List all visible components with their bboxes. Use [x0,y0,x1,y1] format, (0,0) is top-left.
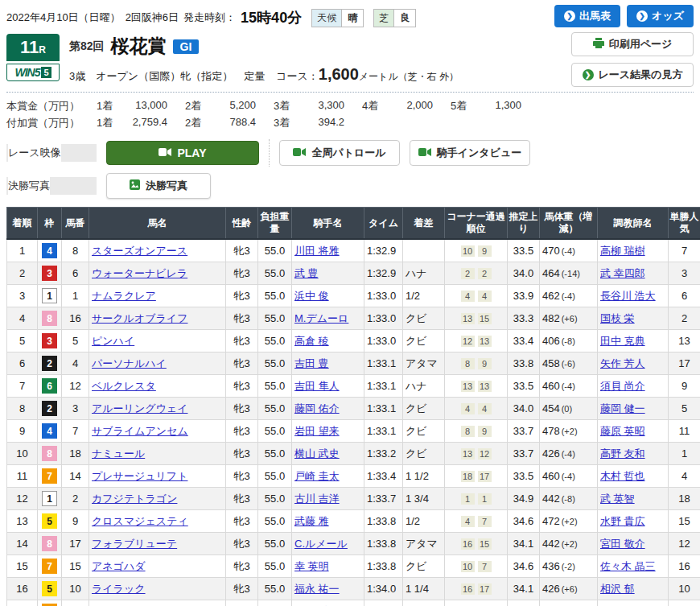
body-weight-value: 458 [542,357,560,369]
trainer-link[interactable]: 水野 貴広 [600,515,645,527]
jockey-link[interactable]: M.デムーロ [294,312,348,324]
result-guide-button[interactable]: ❯ レース結果の見方 [571,63,694,87]
sex-age-cell: 牝3 [226,578,258,600]
horse-name-link[interactable]: ナミュール [92,447,145,460]
horse-number-cell: 10 [62,578,89,600]
corner-chip: 9 [478,245,492,257]
horse-name-cell: クロスマジェスティ [89,510,226,533]
jockey-link[interactable]: 福永 祐一 [294,583,340,595]
jockey-link[interactable]: 古川 吉洋 [294,493,340,505]
horse-name-link[interactable]: アルーリングウェイ [92,402,187,414]
horse-name-link[interactable]: ライラック [92,583,146,595]
jockey-cell: 浜中 俊 [292,285,364,307]
trainer-link[interactable]: 矢作 芳人 [600,357,645,369]
patrol-video-button[interactable]: 全周パトロール [279,140,400,166]
jockey-link[interactable]: 武藤 雅 [294,515,329,527]
course-distance: 1,600 [319,65,359,83]
jockey-link[interactable]: 戸崎 圭太 [294,470,340,482]
trainer-link[interactable]: 藤岡 健一 [600,402,645,414]
prize-place: 1着 [97,116,121,130]
jockey-link[interactable]: 岩田 望来 [294,425,340,437]
carried-weight-cell: 55.0 [258,262,292,285]
carried-weight-cell: 55.0 [258,555,292,578]
column-header: タイム [364,208,403,240]
jockey-link[interactable]: 藤岡 佑介 [294,402,340,414]
prize-place: 1着 [97,99,121,113]
entries-button[interactable]: ❯ 出馬表 [554,5,620,27]
prize-place: 3着 [274,116,298,130]
trainer-cell: 須貝 尚介 [598,375,669,398]
odds-button[interactable]: ❯ オッズ [627,5,694,27]
horse-name-cell: ナムラクレア [89,285,226,307]
horse-number-cell: 5 [62,330,89,352]
jockey-link[interactable]: 吉田 豊 [294,357,329,369]
horse-name-link[interactable]: サークルオブライフ [92,312,187,324]
frame-cell: 8 [38,533,62,555]
trainer-link[interactable]: 国枝 栄 [600,312,635,324]
trainer-link[interactable]: 佐々木 晶三 [600,560,656,572]
trainer-link[interactable]: 高野 友和 [600,447,645,460]
margin-cell: クビ [403,420,445,443]
jockey-link[interactable]: 川田 将雅 [294,245,340,257]
frame-cell: 1 [38,488,62,510]
carried-weight-cell: 55.0 [258,510,292,533]
horse-name-link[interactable]: スターズオンアース [92,245,187,257]
body-weight-diff: (0) [562,404,572,414]
trainer-link[interactable]: 須貝 尚介 [600,380,645,392]
trainer-cell: 矢作 芳人 [598,352,669,375]
horse-name-link[interactable]: ウォーターナビレラ [92,267,187,279]
popularity-cell: 17 [669,352,700,375]
trainer-link[interactable]: 木村 哲也 [600,470,645,482]
jockey-link[interactable]: 武 豊 [294,267,319,279]
horse-number-cell: 13 [62,600,89,606]
trainer-link[interactable]: 宮田 敬介 [600,538,645,550]
column-header: 騎手名 [292,208,364,240]
jockey-link[interactable]: 吉田 隼人 [294,380,340,392]
jockey-link[interactable]: 浜中 俊 [294,290,329,302]
jockey-cell: 横山 武史 [292,443,364,465]
divider [269,139,270,167]
carried-weight-cell: 55.0 [258,307,292,330]
trainer-cell: 木村 哲也 [598,465,669,488]
horse-name-link[interactable]: ピンハイ [92,335,134,347]
sex-age-cell: 牝3 [226,285,258,307]
corner-chip: 17 [478,583,492,595]
body-weight-value: 442 [542,493,560,505]
horse-name-cell: カフジテトラゴン [89,488,226,510]
jockey-link[interactable]: 横山 武史 [294,447,340,460]
time-cell: 1:33.8 [364,533,403,555]
trainer-link[interactable]: 高柳 瑞樹 [600,245,645,257]
trainer-link[interactable]: 武 幸四郎 [600,267,645,279]
prize-item: 2着788.4 [185,116,274,130]
trainer-link[interactable]: 藤原 英昭 [600,425,645,437]
jockey-link[interactable]: 幸 英明 [294,560,329,572]
horse-name-link[interactable]: ベルクレスタ [92,380,156,392]
horse-name-link[interactable]: サブライムアンセム [92,425,188,437]
corner-chip: 4 [461,291,475,302]
popularity-cell: 10 [669,578,700,600]
horse-name-link[interactable]: ナムラクレア [92,290,156,302]
trainer-link[interactable]: 長谷川 浩大 [600,290,656,302]
body-weight-cell: 406(-8) [540,330,598,352]
trainer-link[interactable]: 相沢 郁 [600,583,635,595]
corner-order-cell: 11 [445,488,508,510]
horse-name-link[interactable]: カフジテトラゴン [92,493,177,505]
horse-name-link[interactable]: プレサージュリフト [92,470,187,482]
play-button[interactable]: PLAY [106,141,259,165]
horse-name-link[interactable]: アネゴハダ [92,560,146,572]
horse-name-link[interactable]: パーソナルハイ [92,357,167,369]
trainer-link[interactable]: 武 英智 [600,493,635,505]
finish-photo-button[interactable]: 決勝写真 [106,173,211,199]
prize-item: 3着3,300 [274,99,362,113]
added-prize-values: 1着2,759.42着788.43着394.2 [97,116,362,130]
jockey-interview-button[interactable]: 騎手インタビュー [410,140,530,166]
jockey-cell: C.ルメール [292,533,364,555]
horse-name-link[interactable]: フォラブリューテ [92,538,177,550]
rank-cell: 14 [7,533,38,555]
print-page-button[interactable]: 印刷用ページ [571,32,694,56]
jockey-link[interactable]: C.ルメール [294,538,348,550]
jockey-link[interactable]: 高倉 稜 [294,335,329,347]
margin-cell: ハナ [403,262,445,285]
horse-name-link[interactable]: クロスマジェスティ [92,515,188,527]
trainer-link[interactable]: 田中 克典 [600,335,645,347]
